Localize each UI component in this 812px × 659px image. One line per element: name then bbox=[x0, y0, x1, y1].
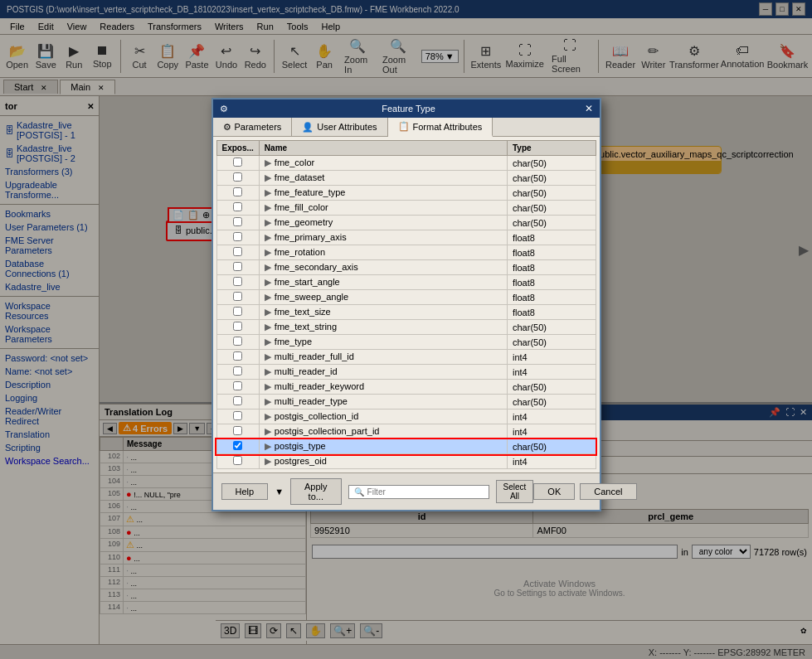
modal-row-name: ▶fme_feature_type bbox=[259, 186, 507, 201]
modal-row-type: int4 bbox=[508, 365, 596, 380]
modal-row-checkbox[interactable] bbox=[233, 307, 242, 316]
modal-row-checkbox-cell bbox=[216, 230, 259, 245]
modal-row-checkbox[interactable] bbox=[233, 337, 242, 346]
modal-row-checkbox-cell bbox=[216, 290, 259, 305]
modal-row-name: ▶fme_rotation bbox=[259, 245, 507, 260]
expand-icon: ▶ bbox=[265, 381, 271, 391]
modal-close-button[interactable]: ✕ bbox=[585, 103, 593, 114]
cancel-button[interactable]: Cancel bbox=[580, 483, 636, 500]
modal-table-row: ▶fme_text_string char(50) bbox=[216, 320, 596, 335]
modal-row-checkbox[interactable] bbox=[233, 411, 242, 420]
modal-row-checkbox-cell bbox=[216, 156, 259, 171]
modal-row-name: ▶fme_text_size bbox=[259, 305, 507, 320]
modal-row-checkbox[interactable] bbox=[233, 232, 242, 241]
modal-table-row: ▶postgis_collection_id int4 bbox=[216, 409, 596, 424]
expand-icon: ▶ bbox=[265, 456, 271, 466]
modal-row-checkbox[interactable] bbox=[233, 426, 242, 435]
expand-icon: ▶ bbox=[265, 292, 271, 302]
modal-row-checkbox[interactable] bbox=[233, 396, 242, 405]
modal-row-checkbox[interactable] bbox=[233, 217, 242, 226]
modal-titlebar: ⚙ Feature Type ✕ bbox=[213, 99, 600, 118]
modal-row-checkbox[interactable] bbox=[233, 456, 242, 465]
modal-row-checkbox[interactable] bbox=[233, 157, 242, 167]
help-button[interactable]: Help bbox=[221, 483, 269, 500]
modal-attributes-table: Expos... Name Type ▶fme_color char(50) ▶… bbox=[216, 140, 596, 469]
modal-row-checkbox[interactable] bbox=[233, 381, 242, 390]
modal-row-type: char(50) bbox=[508, 216, 596, 230]
user-attr-label: User Attributes bbox=[317, 122, 377, 132]
tab-format-attributes[interactable]: 📋 Format Attributes bbox=[388, 118, 494, 137]
tab-parameters[interactable]: ⚙ Parameters bbox=[213, 118, 293, 136]
filter-input[interactable] bbox=[367, 487, 484, 497]
modal-title-icon: ⚙ bbox=[220, 104, 228, 114]
modal-footer: Help ▼ Apply to... 🔍 Select All OK Cance… bbox=[213, 472, 600, 510]
modal-row-name: ▶multi_reader_type bbox=[259, 395, 507, 409]
modal-row-type: char(50) bbox=[508, 320, 596, 335]
modal-table-row: ▶fme_sweep_angle float8 bbox=[216, 290, 596, 305]
expand-icon: ▶ bbox=[265, 366, 271, 376]
modal-row-type: char(50) bbox=[508, 186, 596, 201]
modal-row-type: char(50) bbox=[508, 156, 596, 171]
expand-icon: ▶ bbox=[265, 202, 271, 212]
modal-table-row: ▶fme_color char(50) bbox=[216, 156, 596, 171]
modal-row-checkbox-cell bbox=[216, 320, 259, 335]
help-arrow[interactable]: ▼ bbox=[275, 487, 284, 497]
expand-icon: ▶ bbox=[265, 426, 271, 436]
modal-table-row: ▶fme_text_size float8 bbox=[216, 305, 596, 320]
modal-row-checkbox-cell bbox=[216, 305, 259, 320]
modal-row-name: ▶postgis_type bbox=[259, 439, 507, 454]
modal-row-checkbox-cell bbox=[216, 409, 259, 424]
modal-overlay: ⚙ Feature Type ✕ ⚙ Parameters 👤 User Att… bbox=[0, 0, 812, 659]
format-attr-icon: 📋 bbox=[398, 121, 410, 132]
modal-row-name: ▶fme_sweep_angle bbox=[259, 290, 507, 305]
modal-row-name: ▶fme_dataset bbox=[259, 171, 507, 186]
modal-table-row: ▶fme_start_angle float8 bbox=[216, 275, 596, 290]
ok-button[interactable]: OK bbox=[533, 483, 575, 500]
apply-to-button[interactable]: Apply to... bbox=[290, 478, 342, 505]
modal-row-checkbox-cell bbox=[216, 350, 259, 365]
modal-row-checkbox[interactable] bbox=[233, 351, 242, 361]
modal-row-checkbox[interactable] bbox=[233, 292, 242, 301]
modal-table-row: ▶postgis_collection_part_id int4 bbox=[216, 424, 596, 439]
modal-row-checkbox[interactable] bbox=[233, 322, 242, 331]
expand-icon: ▶ bbox=[265, 351, 271, 361]
modal-table-row: ▶fme_rotation float8 bbox=[216, 245, 596, 260]
filter-box: 🔍 bbox=[348, 485, 489, 499]
modal-row-checkbox[interactable] bbox=[233, 366, 242, 376]
expand-icon: ▶ bbox=[265, 307, 271, 317]
modal-row-checkbox[interactable] bbox=[233, 441, 242, 450]
modal-row-type: float8 bbox=[508, 305, 596, 320]
col-name: Name bbox=[259, 141, 507, 156]
tab-user-attributes[interactable]: 👤 User Attributes bbox=[292, 118, 387, 136]
modal-row-checkbox[interactable] bbox=[233, 187, 242, 196]
modal-row-checkbox-cell bbox=[216, 216, 259, 230]
modal-row-checkbox[interactable] bbox=[233, 202, 242, 211]
modal-table-row: ▶fme_type char(50) bbox=[216, 335, 596, 350]
modal-row-type: char(50) bbox=[508, 439, 596, 454]
modal-table-row: ▶fme_primary_axis float8 bbox=[216, 230, 596, 245]
params-label: Parameters bbox=[235, 122, 282, 132]
modal-row-name: ▶fme_geometry bbox=[259, 216, 507, 230]
expand-icon: ▶ bbox=[265, 232, 271, 242]
modal-table-row: ▶fme_secondary_axis float8 bbox=[216, 260, 596, 275]
modal-row-name: ▶postgis_collection_id bbox=[259, 409, 507, 424]
modal-row-checkbox[interactable] bbox=[233, 277, 242, 286]
modal-row-checkbox-cell bbox=[216, 171, 259, 186]
col-expos: Expos... bbox=[216, 141, 259, 156]
modal-row-checkbox[interactable] bbox=[233, 247, 242, 256]
modal-table-row: ▶fme_geometry char(50) bbox=[216, 216, 596, 230]
modal-row-name: ▶fme_secondary_axis bbox=[259, 260, 507, 275]
params-icon: ⚙ bbox=[223, 122, 231, 133]
modal-row-type: char(50) bbox=[508, 335, 596, 350]
modal-row-name: ▶multi_reader_keyword bbox=[259, 380, 507, 395]
modal-row-checkbox-cell bbox=[216, 424, 259, 439]
modal-table-row: ▶fme_dataset char(50) bbox=[216, 171, 596, 186]
modal-row-checkbox-cell bbox=[216, 186, 259, 201]
modal-row-name: ▶fme_text_string bbox=[259, 320, 507, 335]
modal-row-checkbox[interactable] bbox=[233, 172, 242, 182]
modal-footer-left: Help ▼ Apply to... 🔍 Select All bbox=[221, 478, 534, 505]
modal-row-checkbox[interactable] bbox=[233, 262, 242, 271]
select-all-button[interactable]: Select All bbox=[496, 480, 534, 503]
expand-icon: ▶ bbox=[265, 262, 271, 272]
modal-row-type: char(50) bbox=[508, 201, 596, 216]
